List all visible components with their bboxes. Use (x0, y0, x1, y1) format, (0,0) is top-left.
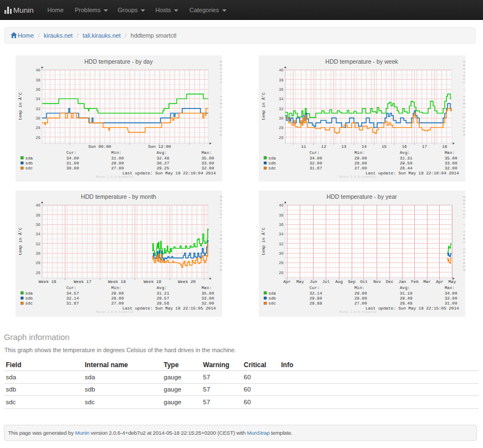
svg-text:Feb: Feb (411, 280, 419, 284)
svg-text:RRDTOOL / TOBI OETIKER: RRDTOOL / TOBI OETIKER (219, 61, 222, 137)
svg-text:14: 14 (362, 145, 367, 149)
svg-text:36: 36 (35, 223, 40, 227)
svg-text:May: May (449, 280, 456, 284)
svg-text:28.00: 28.00 (354, 161, 367, 166)
svg-text:27.00: 27.00 (111, 166, 124, 171)
svg-text:Sun 00:00: Sun 00:00 (88, 145, 111, 149)
svg-text:Munin 2.0.6-4+deb7u2: Munin 2.0.6-4+deb7u2 (96, 175, 133, 179)
svg-text:Jul: Jul (322, 280, 330, 284)
svg-text:HDD temperature - by week: HDD temperature - by week (325, 58, 398, 65)
svg-text:Oct: Oct (360, 280, 368, 284)
svg-text:Aug: Aug (335, 280, 343, 284)
svg-text:sdc: sdc (25, 301, 33, 306)
svg-text:13: 13 (341, 145, 347, 149)
svg-text:Week 19: Week 19 (143, 280, 161, 284)
svg-text:28: 28 (35, 261, 40, 265)
svg-text:32.00: 32.00 (202, 301, 214, 306)
svg-text:sdc: sdc (269, 166, 276, 171)
svg-text:Cur:: Cur: (310, 151, 320, 155)
svg-text:33.00: 33.00 (202, 296, 214, 301)
svg-text:Avg:: Avg: (400, 151, 410, 155)
svg-text:29.57: 29.57 (157, 296, 169, 301)
svg-text:Week 20: Week 20 (178, 280, 196, 284)
svg-text:Week 18: Week 18 (108, 280, 126, 284)
svg-text:38: 38 (279, 78, 284, 83)
svg-text:Cur:: Cur: (66, 286, 76, 290)
svg-text:sdb: sdb (25, 296, 33, 301)
svg-text:Week 16: Week 16 (39, 280, 56, 284)
svg-text:40: 40 (35, 203, 40, 208)
svg-text:sdb: sdb (25, 161, 33, 166)
svg-text:31.00: 31.00 (111, 156, 124, 161)
svg-text:Sun 12:00: Sun 12:00 (148, 145, 171, 149)
svg-text:28.48: 28.48 (400, 301, 413, 306)
svg-text:34: 34 (35, 97, 40, 101)
svg-text:34: 34 (35, 232, 40, 236)
svg-text:28: 28 (279, 126, 284, 130)
svg-text:35.00: 35.00 (202, 291, 214, 296)
svg-text:30.00: 30.00 (66, 166, 79, 171)
svg-text:Apr: Apr (436, 280, 444, 284)
svg-text:Avg:: Avg: (400, 286, 410, 290)
svg-text:38: 38 (35, 213, 40, 218)
svg-text:HDD temperature - by year: HDD temperature - by year (326, 193, 397, 200)
svg-text:temp in Â°C: temp in Â°C (261, 92, 266, 121)
svg-text:Last update: Sun May 18 22:15:: Last update: Sun May 18 22:15:05 2014 (366, 306, 459, 311)
svg-text:36: 36 (279, 87, 284, 92)
svg-text:18: 18 (442, 145, 448, 149)
svg-text:Munin 2.0.6-4+deb7u2: Munin 2.0.6-4+deb7u2 (339, 310, 376, 314)
svg-text:32: 32 (279, 242, 284, 246)
svg-text:36: 36 (35, 87, 40, 92)
svg-text:38: 38 (35, 78, 40, 83)
svg-text:Cur:: Cur: (66, 151, 76, 155)
svg-text:26: 26 (279, 136, 284, 140)
svg-text:Dec: Dec (386, 280, 394, 284)
svg-text:sda: sda (25, 156, 33, 161)
svg-text:28.00: 28.00 (111, 296, 124, 301)
svg-text:Sep: Sep (348, 280, 356, 284)
svg-text:sdc: sdc (269, 301, 276, 306)
svg-text:28.56: 28.56 (157, 301, 169, 306)
svg-text:32.00: 32.00 (445, 166, 458, 171)
svg-text:33.00: 33.00 (445, 161, 458, 166)
svg-text:32: 32 (35, 242, 40, 246)
svg-text:34: 34 (279, 232, 284, 236)
svg-text:27.00: 27.00 (111, 301, 124, 306)
svg-text:HDD temperature - by day: HDD temperature - by day (84, 58, 153, 65)
svg-text:16: 16 (402, 145, 407, 149)
svg-text:HDD temperature - by month: HDD temperature - by month (81, 193, 156, 200)
svg-text:30: 30 (279, 251, 284, 256)
svg-text:Max:: Max: (202, 286, 212, 290)
svg-text:sda: sda (25, 291, 33, 296)
svg-text:35.00: 35.00 (202, 156, 214, 161)
svg-text:26: 26 (35, 271, 40, 275)
svg-text:32: 32 (35, 107, 40, 111)
svg-text:34.00: 34.00 (310, 156, 322, 161)
svg-text:11: 11 (301, 145, 306, 149)
svg-text:31.31: 31.31 (400, 156, 413, 161)
svg-text:27.00: 27.00 (354, 166, 367, 171)
svg-text:33.00: 33.00 (202, 161, 214, 166)
svg-text:29.00: 29.00 (111, 161, 124, 166)
svg-text:32.14: 32.14 (310, 291, 322, 296)
svg-text:31.10: 31.10 (400, 291, 413, 296)
svg-text:31.67: 31.67 (310, 166, 322, 171)
svg-text:Min:: Min: (111, 151, 121, 155)
svg-text:40: 40 (279, 68, 284, 73)
svg-text:31.21: 31.21 (157, 291, 169, 296)
svg-text:28.00: 28.00 (354, 296, 367, 301)
svg-text:28: 28 (279, 261, 284, 265)
svg-text:Jun: Jun (310, 280, 317, 284)
svg-text:12: 12 (321, 145, 327, 149)
svg-text:40: 40 (279, 203, 284, 208)
svg-text:Max:: Max: (445, 151, 455, 155)
svg-text:30: 30 (35, 116, 40, 121)
svg-text:RRDTOOL / TOBI OETIKER: RRDTOOL / TOBI OETIKER (462, 61, 465, 137)
svg-text:Avg:: Avg: (157, 286, 167, 290)
svg-text:36: 36 (279, 223, 284, 227)
svg-text:Max:: Max: (445, 286, 455, 290)
svg-text:32.00: 32.00 (445, 296, 458, 301)
svg-text:RRDTOOL / TOBI OETIKER: RRDTOOL / TOBI OETIKER (462, 196, 465, 272)
svg-text:34.57: 34.57 (66, 291, 79, 296)
svg-text:30: 30 (279, 116, 284, 121)
